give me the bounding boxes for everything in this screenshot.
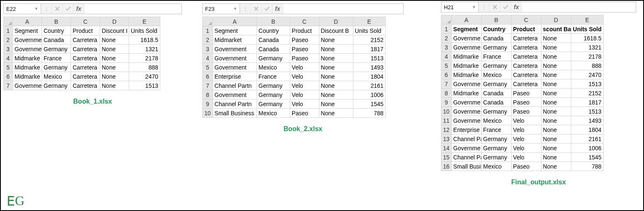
cell[interactable]: 1006 — [571, 144, 603, 153]
cell[interactable]: Carretera — [511, 79, 541, 89]
cell[interactable]: Canada — [481, 34, 511, 43]
cell[interactable]: None — [100, 81, 129, 90]
col-header-D[interactable]: D — [541, 15, 571, 25]
cell[interactable]: None — [100, 63, 129, 72]
cell[interactable]: Midmarke — [451, 70, 481, 79]
cell[interactable]: Midmarke — [451, 52, 481, 61]
col-header-B[interactable]: B — [481, 15, 511, 25]
col-header-C[interactable]: C — [511, 15, 541, 25]
cell[interactable]: 2470 — [571, 70, 603, 79]
spreadsheet-grid[interactable]: ABCDE1SegmentCountryProductscount BanUni… — [441, 15, 604, 171]
cell[interactable]: None — [541, 116, 571, 125]
header-cell[interactable]: Units Sold — [571, 25, 603, 34]
cell[interactable]: 788 — [571, 162, 603, 171]
cell[interactable]: Germany — [42, 81, 71, 90]
header-cell[interactable]: Units Sold — [353, 26, 385, 35]
cell[interactable]: Paseo — [511, 98, 541, 107]
cell[interactable]: Mexico — [481, 70, 511, 79]
row-header-6[interactable]: 6 — [441, 70, 452, 79]
cell[interactable]: Midmarket — [213, 35, 257, 45]
cell[interactable]: Governme — [451, 34, 481, 43]
spreadsheet-grid[interactable]: ABCDE1SegmentCountryProductDiscount BUni… — [202, 17, 386, 118]
row-header-5[interactable]: 5 — [203, 63, 213, 72]
row-header-9[interactable]: 9 — [441, 98, 452, 107]
cell[interactable]: Canada — [42, 35, 71, 45]
row-header-1[interactable]: 1 — [441, 25, 452, 34]
cell[interactable]: 1545 — [571, 153, 603, 162]
cell[interactable]: 1817 — [571, 98, 603, 107]
row-header-4[interactable]: 4 — [4, 54, 13, 63]
cell[interactable]: 1513 — [571, 79, 603, 89]
cell[interactable]: Carretera — [71, 81, 100, 90]
row-header-15[interactable]: 15 — [441, 153, 452, 162]
col-header-D[interactable]: D — [100, 17, 129, 26]
cell[interactable]: Velo — [290, 63, 319, 72]
cell[interactable]: None — [541, 107, 571, 116]
cell[interactable]: None — [319, 90, 353, 99]
cell[interactable]: 1513 — [129, 81, 160, 90]
cell[interactable]: Carretera — [71, 72, 100, 81]
row-header-7[interactable]: 7 — [203, 81, 213, 90]
cell[interactable]: None — [100, 45, 129, 54]
cell[interactable]: Government — [213, 45, 257, 54]
dropdown-icon[interactable]: ▼ — [472, 5, 476, 9]
cell[interactable]: France — [257, 72, 290, 81]
row-header-2[interactable]: 2 — [4, 35, 13, 45]
cell[interactable]: Carretera — [71, 45, 100, 54]
cell[interactable]: None — [541, 162, 571, 171]
fx-button[interactable]: fx — [73, 4, 84, 14]
cell[interactable]: None — [541, 144, 571, 153]
cell[interactable]: Governme — [451, 144, 481, 153]
cell[interactable]: Germany — [481, 107, 511, 116]
row-header-10[interactable]: 10 — [441, 107, 452, 116]
cell[interactable]: 2178 — [129, 54, 160, 63]
cell[interactable]: None — [319, 63, 353, 72]
cell[interactable]: 1545 — [353, 99, 385, 109]
cell[interactable]: 1618.5 — [129, 35, 160, 45]
cell[interactable]: 1321 — [571, 43, 603, 52]
header-cell[interactable]: Segment — [451, 25, 481, 34]
enter-icon[interactable] — [63, 4, 73, 14]
header-cell[interactable]: Discount B — [319, 26, 353, 35]
cell[interactable]: Mexico — [257, 109, 290, 118]
cell[interactable]: Governme — [13, 81, 42, 90]
cell[interactable]: Government — [213, 54, 257, 63]
row-header-14[interactable]: 14 — [441, 144, 452, 153]
col-header-E[interactable]: E — [571, 15, 603, 25]
fx-button[interactable]: fx — [272, 4, 283, 14]
cell[interactable]: Germany — [42, 45, 71, 54]
cell[interactable]: 1493 — [353, 63, 385, 72]
cell[interactable]: Germany — [257, 54, 290, 63]
cell[interactable]: Governme — [451, 98, 481, 107]
cell[interactable]: None — [541, 70, 571, 79]
cell[interactable]: Germany — [42, 63, 71, 72]
select-all-corner[interactable] — [4, 17, 13, 26]
cancel-icon[interactable] — [251, 4, 262, 14]
row-header-8[interactable]: 8 — [203, 90, 213, 99]
cell[interactable]: 2178 — [571, 52, 603, 61]
row-header-1[interactable]: 1 — [4, 26, 13, 35]
cell[interactable]: France — [481, 125, 511, 134]
col-header-A[interactable]: A — [451, 15, 481, 25]
cell[interactable]: 1513 — [571, 107, 603, 116]
cell[interactable]: None — [100, 35, 129, 45]
enter-icon[interactable] — [500, 2, 511, 12]
cell[interactable]: Paseo — [511, 107, 541, 116]
cell[interactable]: Carretera — [511, 61, 541, 70]
name-box[interactable]: E22▼ — [4, 4, 41, 14]
cell[interactable]: Governme — [13, 35, 42, 45]
cell[interactable]: Governme — [451, 116, 481, 125]
cell[interactable]: France — [481, 52, 511, 61]
cell[interactable]: Velo — [290, 99, 319, 109]
cell[interactable]: Carretera — [71, 63, 100, 72]
row-header-10[interactable]: 10 — [203, 109, 213, 118]
cell[interactable]: Germany — [481, 61, 511, 70]
row-header-7[interactable]: 7 — [4, 81, 13, 90]
cell[interactable]: Midmarke — [13, 63, 42, 72]
cell[interactable]: Paseo — [511, 89, 541, 98]
cell[interactable]: Germany — [257, 81, 290, 90]
cell[interactable]: 1493 — [571, 116, 603, 125]
cell[interactable]: None — [319, 81, 353, 90]
header-cell[interactable]: Country — [257, 26, 290, 35]
cell[interactable]: Carretera — [511, 34, 541, 43]
